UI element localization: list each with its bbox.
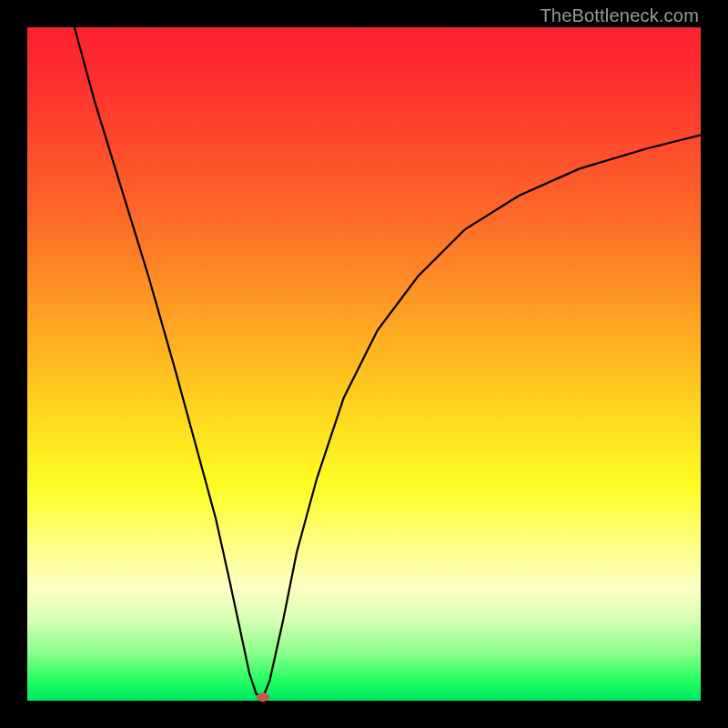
curve-svg xyxy=(27,27,701,701)
plot-area xyxy=(27,27,701,701)
chart-frame: TheBottleneck.com xyxy=(0,0,728,728)
bottleneck-curve xyxy=(75,27,701,697)
watermark-text: TheBottleneck.com xyxy=(540,5,699,26)
minimum-marker xyxy=(257,693,269,702)
